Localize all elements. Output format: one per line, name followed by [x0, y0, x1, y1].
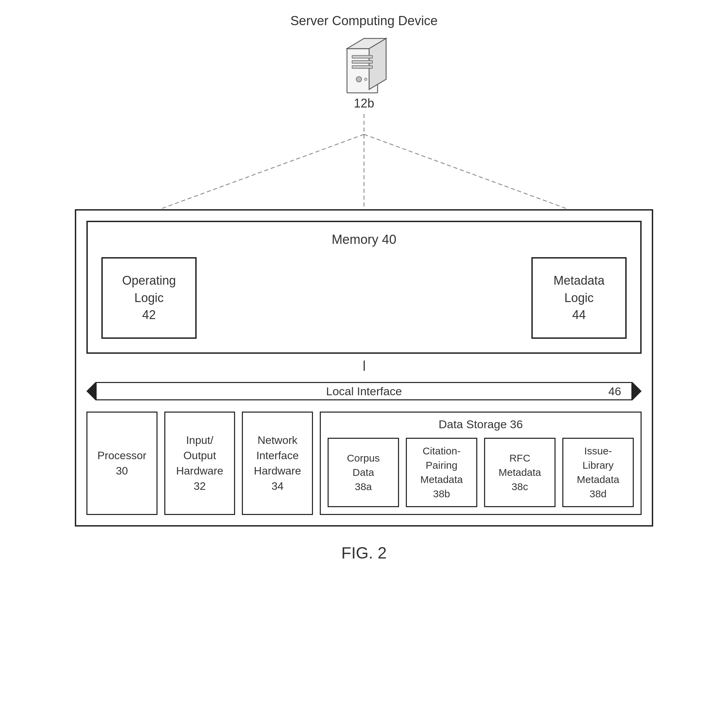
- metadata-logic-box: Metadata Logic 44: [531, 257, 626, 339]
- io-hardware-text: Input/ Output Hardware 32: [176, 433, 223, 493]
- server-label: Server Computing Device: [291, 14, 438, 28]
- svg-rect-4: [352, 61, 373, 63]
- server-id: 12b: [354, 96, 374, 111]
- operating-logic-box: Operating Logic 42: [102, 257, 197, 339]
- svg-rect-5: [352, 66, 373, 68]
- local-interface-container: Local Interface 46: [86, 378, 642, 405]
- memory-label: Memory 40: [102, 232, 626, 247]
- corpus-data-text: Corpus Data 38a: [347, 451, 380, 494]
- issue-library-text: Issue- Library Metadata 38d: [576, 444, 619, 501]
- data-storage-box: Data Storage 36 Corpus Data 38a Citatio: [320, 411, 642, 515]
- svg-rect-3: [352, 55, 373, 58]
- svg-line-10: [364, 134, 568, 209]
- server-icon: [337, 32, 391, 100]
- data-storage-label: Data Storage 36: [328, 418, 634, 431]
- svg-point-6: [356, 77, 362, 82]
- io-hardware-box: Input/ Output Hardware 32: [164, 411, 235, 515]
- local-interface-label: Local Interface: [326, 385, 402, 398]
- processor-text: Processor 30: [97, 448, 146, 479]
- local-interface-number: 46: [608, 385, 621, 398]
- memory-contents: Operating Logic 42 Metadata Logic 44: [102, 257, 626, 339]
- figure-label: FIG. 2: [341, 543, 387, 562]
- corpus-data-box: Corpus Data 38a: [328, 438, 399, 507]
- issue-library-box: Issue- Library Metadata 38d: [562, 438, 634, 507]
- citation-pairing-box: Citation- Pairing Metadata 38b: [406, 438, 477, 507]
- server-section: Server Computing Device 12b: [291, 14, 438, 114]
- metadata-logic-text: Metadata Logic 44: [554, 272, 605, 323]
- rfc-metadata-text: RFC Metadata 38c: [498, 451, 541, 494]
- main-box: Memory 40 Operating Logic 42 Metadata: [75, 209, 653, 526]
- network-hardware-box: Network Interface Hardware 34: [242, 411, 313, 515]
- data-storage-contents: Corpus Data 38a Citation- Pairing Metada…: [328, 438, 634, 507]
- operating-logic-text: Operating Logic 42: [122, 272, 176, 323]
- processor-box: Processor 30: [86, 411, 158, 515]
- diagram-container: Server Computing Device 12b: [27, 14, 701, 562]
- bottom-row: Processor 30 Input/ Output Hardware 32 N…: [86, 411, 642, 515]
- svg-point-7: [364, 78, 367, 80]
- svg-line-9: [160, 134, 364, 209]
- rfc-metadata-box: RFC Metadata 38c: [484, 438, 555, 507]
- dashed-lines-area: [92, 114, 636, 209]
- memory-box: Memory 40 Operating Logic 42 Metadata: [86, 221, 642, 354]
- citation-pairing-text: Citation- Pairing Metadata 38b: [420, 444, 463, 501]
- network-hardware-text: Network Interface Hardware 34: [254, 433, 301, 493]
